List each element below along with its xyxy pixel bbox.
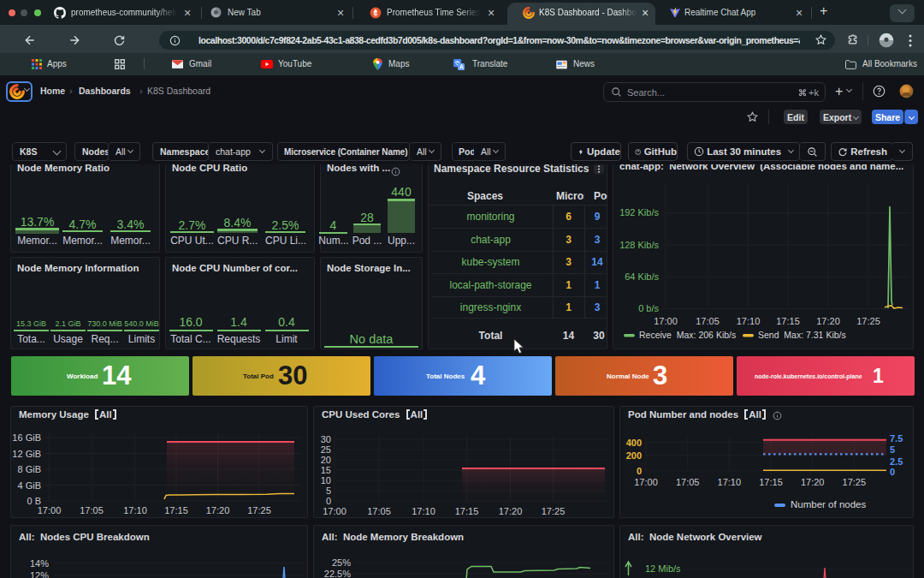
svg-text:17:25: 17:25 (856, 316, 880, 326)
svg-text:0 b/s: 0 b/s (638, 303, 659, 313)
svg-text:Receive Max: 206 Kib/s: Receive Max: 206 Kib/s (639, 330, 736, 340)
svg-text:30: 30 (321, 434, 331, 444)
svg-text:17:20: 17:20 (206, 505, 230, 515)
svg-text:17:15: 17:15 (776, 316, 800, 326)
svg-text:25: 25 (321, 444, 331, 455)
svg-text:17:25: 17:25 (843, 477, 867, 487)
svg-text:0: 0 (326, 496, 331, 506)
svg-text:17:20: 17:20 (801, 477, 825, 487)
svg-text:12 GiB: 12 GiB (12, 449, 41, 459)
svg-text:14%: 14% (30, 558, 49, 569)
svg-text:17:15: 17:15 (759, 477, 783, 487)
svg-text:17:15: 17:15 (455, 506, 479, 516)
svg-text:5: 5 (890, 444, 895, 455)
svg-text:17:10: 17:10 (412, 506, 435, 516)
svg-text:400: 400 (626, 438, 642, 448)
svg-text:5: 5 (326, 486, 331, 496)
svg-text:Number of nodes: Number of nodes (791, 499, 866, 509)
svg-text:0: 0 (637, 466, 642, 476)
svg-text:8 GiB: 8 GiB (17, 464, 41, 474)
svg-text:15: 15 (321, 465, 331, 475)
svg-text:4 GiB: 4 GiB (17, 480, 41, 491)
svg-text:17:25: 17:25 (247, 505, 271, 515)
svg-text:12%: 12% (30, 570, 49, 578)
svg-text:20: 20 (321, 455, 331, 465)
svg-text:64 Kib/s: 64 Kib/s (625, 271, 659, 282)
svg-text:16 GiB: 16 GiB (12, 432, 41, 443)
svg-text:17:05: 17:05 (696, 316, 720, 326)
svg-text:200: 200 (626, 450, 642, 461)
svg-text:128 Kib/s: 128 Kib/s (619, 240, 659, 250)
svg-text:17:20: 17:20 (816, 316, 840, 326)
svg-text:17:05: 17:05 (367, 506, 391, 516)
svg-text:12 Mib/s: 12 Mib/s (645, 563, 681, 574)
svg-text:17:00: 17:00 (634, 477, 658, 487)
svg-text:17:10: 17:10 (123, 505, 147, 515)
svg-text:17:00: 17:00 (38, 505, 62, 515)
svg-text:17:25: 17:25 (542, 506, 566, 516)
svg-text:22.5%: 22.5% (324, 569, 351, 578)
svg-text:17:15: 17:15 (164, 505, 188, 515)
svg-text:17:00: 17:00 (323, 506, 346, 516)
svg-text:17:00: 17:00 (654, 316, 678, 326)
svg-text:25%: 25% (332, 557, 351, 568)
svg-text:17:05: 17:05 (80, 505, 104, 515)
svg-text:2.5: 2.5 (890, 456, 903, 467)
svg-text:7.5: 7.5 (890, 433, 903, 444)
svg-text:0: 0 (890, 467, 895, 477)
svg-text:17:20: 17:20 (499, 506, 523, 516)
svg-text:17:05: 17:05 (676, 477, 700, 487)
svg-text:Send Max: 7.31 Kib/s: Send Max: 7.31 Kib/s (758, 330, 846, 340)
svg-text:17:10: 17:10 (737, 316, 761, 326)
svg-text:192 Kib/s: 192 Kib/s (619, 207, 659, 217)
svg-text:17:10: 17:10 (718, 477, 742, 487)
svg-text:10: 10 (321, 475, 331, 486)
